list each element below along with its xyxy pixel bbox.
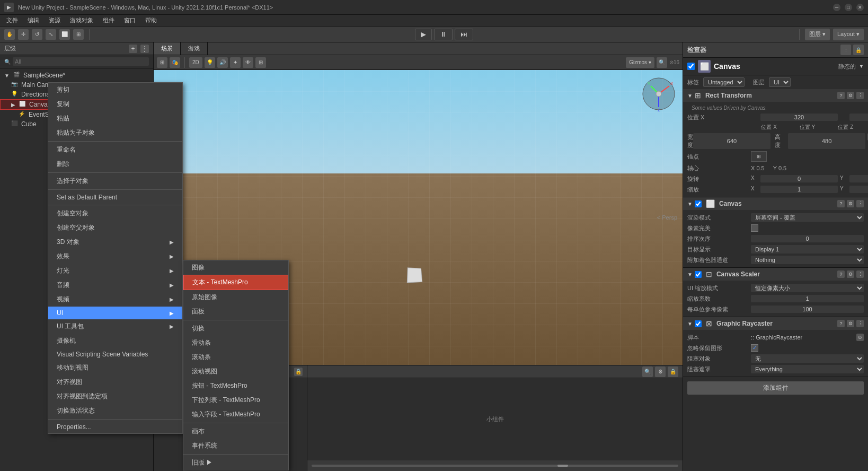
object-active-checkbox[interactable]: [687, 63, 695, 70]
anchor-icon[interactable]: ⊞: [751, 151, 767, 162]
console-lock-btn[interactable]: 🔒: [668, 367, 678, 377]
pos-x-input[interactable]: [760, 114, 838, 121]
menu-window[interactable]: 窗口: [120, 15, 140, 25]
submenu-raw-image[interactable]: 原始图像: [183, 290, 288, 304]
ref-pixels-input[interactable]: [751, 306, 864, 313]
submenu-scrollbar[interactable]: 滚动条: [183, 350, 288, 364]
hierarchy-item-samplescene[interactable]: ▼ 🎬 SampleScene*: [0, 71, 153, 80]
target-display-select[interactable]: Display 1: [751, 245, 864, 254]
ctx-rename[interactable]: 重命名: [48, 143, 182, 157]
ctx-paste[interactable]: 粘贴: [48, 111, 182, 126]
render-mode-select[interactable]: 屏幕空间 - 覆盖: [751, 213, 864, 222]
ignore-reversed-checkbox[interactable]: [751, 344, 758, 352]
canvas-scaler-checkbox[interactable]: [695, 271, 702, 278]
submenu-button-tmp[interactable]: 按钮 - TextMeshPro: [183, 379, 288, 393]
scene-audio-toggle[interactable]: 🔊: [217, 57, 228, 68]
pixel-perfect-checkbox[interactable]: [751, 224, 758, 232]
hierarchy-menu-button[interactable]: ⋮: [140, 45, 149, 53]
scale-x-input[interactable]: [760, 186, 838, 193]
submenu-toggle[interactable]: 切换: [183, 321, 288, 336]
graphic-raycaster-settings-icon[interactable]: ⚙: [847, 320, 854, 327]
scene-hidden-toggle[interactable]: 👁: [243, 57, 253, 68]
ctx-camera[interactable]: 摄像机: [48, 334, 182, 348]
ctx-ui[interactable]: UI ▶: [48, 307, 182, 319]
canvas-comp-menu-icon[interactable]: ⋮: [856, 200, 864, 207]
canvas-comp-settings-icon[interactable]: ⚙: [847, 200, 854, 207]
scrollbar-thumb[interactable]: [557, 465, 568, 467]
scene-2d-toggle[interactable]: 2D: [189, 57, 202, 68]
ctx-3d-object[interactable]: 3D 对象 ▶: [48, 235, 182, 249]
canvas-scaler-header[interactable]: ▼ ⊡ Canvas Scaler ? ⚙ ⋮: [683, 268, 868, 281]
scale-y-input[interactable]: [849, 186, 868, 193]
play-button[interactable]: ▶: [415, 29, 432, 40]
blocking-mask-select[interactable]: Everything: [751, 365, 864, 373]
canvas-scaler-settings-icon[interactable]: ⚙: [847, 271, 854, 278]
scene-grid-toggle[interactable]: ⊞: [255, 57, 266, 68]
ctx-cut[interactable]: 剪切: [48, 83, 182, 97]
ctx-create-empty[interactable]: 创建空对象: [48, 206, 182, 221]
scene-toolbar-fx[interactable]: 🎭: [170, 57, 180, 68]
hierarchy-search-input[interactable]: [13, 57, 149, 66]
graphic-raycaster-menu-icon[interactable]: ⋮: [856, 320, 864, 327]
ctx-align-view[interactable]: 对齐视图: [48, 375, 182, 389]
script-select-icon[interactable]: ⊙: [856, 334, 864, 341]
close-button[interactable]: ✕: [856, 4, 864, 11]
ctx-ui-toolkit[interactable]: UI 工具包 ▶: [48, 319, 182, 334]
submenu-input-tmp[interactable]: 输入字段 - TextMeshPro: [183, 407, 288, 422]
ctx-move-to-view[interactable]: 移动到视图: [48, 361, 182, 375]
tab-scene[interactable]: 场景: [154, 42, 181, 55]
minimize-button[interactable]: ─: [833, 4, 840, 11]
menu-file[interactable]: 文件: [2, 15, 22, 25]
ctx-paste-child[interactable]: 粘贴为子对象: [48, 126, 182, 140]
scene-gizmos-btn[interactable]: Gizmos ▾: [626, 57, 654, 68]
menu-edit[interactable]: 编辑: [23, 15, 43, 25]
pause-button[interactable]: ⏸: [434, 29, 453, 40]
submenu-dropdown-tmp[interactable]: 下拉列表 - TextMeshPro: [183, 393, 288, 407]
rect-transform-menu-icon[interactable]: ⋮: [856, 92, 864, 99]
hierarchy-add-button[interactable]: +: [129, 45, 137, 53]
project-lock-icon[interactable]: 🔒: [294, 368, 303, 376]
submenu-event-system[interactable]: 事件系统: [183, 439, 288, 453]
menu-gameobject[interactable]: 游戏对象: [66, 15, 98, 25]
add-component-button[interactable]: 添加组件: [687, 381, 864, 395]
menu-component[interactable]: 组件: [99, 15, 119, 25]
ctx-copy[interactable]: 复制: [48, 97, 182, 111]
console-settings-btn[interactable]: ⚙: [655, 367, 666, 377]
layer-select[interactable]: UI: [769, 77, 791, 87]
transform-tool[interactable]: ⊞: [73, 29, 84, 40]
blocking-objects-select[interactable]: 无: [751, 354, 864, 363]
ctx-create-empty-parent[interactable]: 创建空父对象: [48, 221, 182, 235]
scene-fx-toggle[interactable]: ✦: [230, 57, 241, 68]
layout-button[interactable]: Layout ▾: [833, 29, 864, 40]
submenu-scroll-view[interactable]: 滚动视图: [183, 364, 288, 379]
ctx-properties[interactable]: Properties...: [48, 421, 182, 433]
layers-button[interactable]: 图层 ▾: [805, 29, 830, 40]
rect-tool[interactable]: ⬜: [59, 29, 70, 40]
tab-game[interactable]: 游戏: [181, 42, 208, 55]
ctx-visual-scripting[interactable]: Visual Scripting Scene Variables: [48, 348, 182, 361]
scale-tool[interactable]: ⤡: [46, 29, 56, 40]
step-button[interactable]: ⏭: [455, 29, 473, 40]
scene-toolbar-mode[interactable]: ⊞: [157, 57, 167, 68]
scene-search-btn[interactable]: 🔍: [657, 57, 667, 68]
hand-tool[interactable]: ✋: [4, 29, 15, 40]
console-scrollbar[interactable]: [312, 465, 678, 467]
height-input[interactable]: [788, 133, 865, 149]
canvas-component-header[interactable]: ▼ ⬜ Canvas ? ⚙ ⋮: [683, 197, 868, 210]
tag-select[interactable]: Untagged: [703, 77, 745, 87]
ctx-default-parent[interactable]: Set as Default Parent: [48, 191, 182, 204]
canvas-scaler-help-icon[interactable]: ?: [837, 271, 845, 278]
console-search-btn[interactable]: 🔍: [642, 367, 653, 377]
ui-scale-select[interactable]: 恒定像素大小: [751, 284, 864, 292]
inspector-lock-icon[interactable]: 🔒: [853, 45, 864, 55]
ctx-delete[interactable]: 删除: [48, 157, 182, 171]
ctx-light[interactable]: 灯光 ▶: [48, 264, 182, 278]
ctx-effects[interactable]: 效果 ▶: [48, 249, 182, 264]
scale-factor-input[interactable]: [751, 295, 864, 302]
ctx-select-child[interactable]: 选择子对象: [48, 174, 182, 188]
rect-transform-settings-icon[interactable]: ⚙: [847, 92, 854, 99]
menu-help[interactable]: 帮助: [141, 15, 161, 25]
rotate-tool[interactable]: ↺: [32, 29, 42, 40]
graphic-raycaster-header[interactable]: ▼ ⊠ Graphic Raycaster ? ⚙ ⋮: [683, 317, 868, 330]
canvas-comp-checkbox[interactable]: [695, 200, 702, 207]
